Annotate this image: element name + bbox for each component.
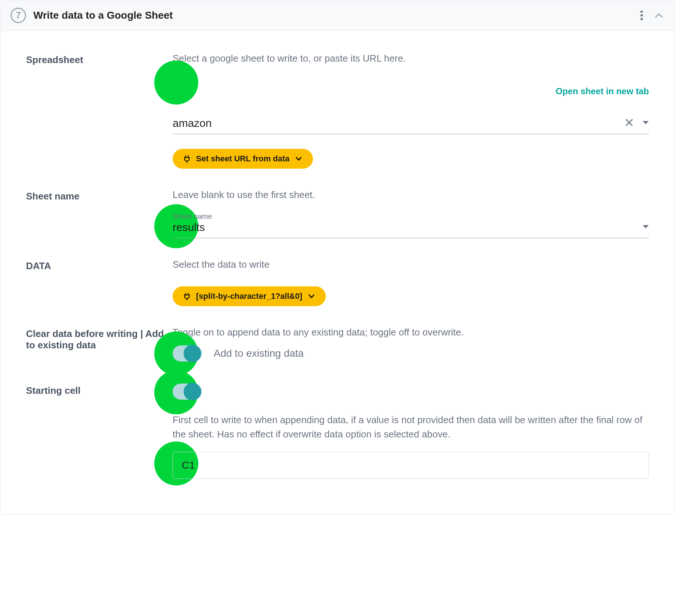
sheetname-field-label: Sheet name <box>173 212 212 221</box>
highlight-marker-spreadsheet <box>154 60 198 104</box>
triangle-down-icon <box>642 121 649 125</box>
more-menu-button[interactable] <box>639 9 645 22</box>
toggle-knob <box>184 345 201 362</box>
startcell-input[interactable] <box>173 452 649 479</box>
chevron-up-icon <box>655 13 663 18</box>
sheetname-content: Leave blank to use the first sheet. Shee… <box>173 189 649 238</box>
sheetname-label: Sheet name <box>26 189 173 238</box>
panel-header: 7 Write data to a Google Sheet <box>0 0 675 31</box>
data-row: DATA Select the data to write [split-by-… <box>26 259 649 306</box>
panel-body: Spreadsheet Select a google sheet to wri… <box>0 31 675 514</box>
startcell-toggle[interactable] <box>173 384 202 400</box>
set-sheet-url-button[interactable]: Set sheet URL from data <box>173 149 313 169</box>
sheetname-dropdown-arrow[interactable] <box>642 224 649 231</box>
toggle-knob <box>184 383 201 400</box>
startcell-description: First cell to write to when appending da… <box>173 413 649 441</box>
svg-point-2 <box>641 18 643 20</box>
spreadsheet-hint: Select a google sheet to write to, or pa… <box>173 53 649 64</box>
append-toggle-label: Add to existing data <box>214 348 304 359</box>
clear-spreadsheet-button[interactable] <box>625 118 634 128</box>
data-source-chip[interactable]: [split-by-character_1?all&0] <box>173 286 326 306</box>
set-sheet-url-label: Set sheet URL from data <box>196 154 289 164</box>
data-hint: Select the data to write <box>173 259 649 270</box>
sheetname-select[interactable]: Sheet name results <box>173 215 649 238</box>
spreadsheet-select[interactable]: amazon <box>173 111 649 134</box>
panel-title: Write data to a Google Sheet <box>33 10 173 21</box>
spreadsheet-label: Spreadsheet <box>26 53 173 169</box>
cleardata-row: Clear data before writing | Add to exist… <box>26 327 649 362</box>
step-number-badge: 7 <box>11 8 26 23</box>
dots-vertical-icon <box>640 10 643 21</box>
startcell-label: Starting cell <box>26 384 173 479</box>
cleardata-label: Clear data before writing | Add to exist… <box>26 327 173 362</box>
spreadsheet-dropdown-arrow[interactable] <box>642 120 649 126</box>
sheetname-hint: Leave blank to use the first sheet. <box>173 189 649 201</box>
spreadsheet-select-actions <box>625 118 649 128</box>
plug-icon <box>183 292 191 300</box>
header-left: 7 Write data to a Google Sheet <box>11 8 173 23</box>
spreadsheet-value: amazon <box>173 117 212 129</box>
plug-icon <box>183 155 191 163</box>
startcell-row: Starting cell First cell to write to whe… <box>26 384 649 479</box>
sheetname-select-actions <box>642 224 649 231</box>
sheetname-row: Sheet name Leave blank to use the first … <box>26 189 649 238</box>
data-content: Select the data to write [split-by-chara… <box>173 259 649 306</box>
cleardata-hint: Toggle on to append data to any existing… <box>173 327 649 338</box>
startcell-content: First cell to write to when appending da… <box>173 384 649 479</box>
svg-point-0 <box>641 11 643 13</box>
spreadsheet-row: Spreadsheet Select a google sheet to wri… <box>26 53 649 169</box>
header-actions <box>639 9 664 22</box>
append-toggle-row: Add to existing data <box>173 345 649 362</box>
data-source-chip-label: [split-by-character_1?all&0] <box>196 292 302 301</box>
cleardata-content: Toggle on to append data to any existing… <box>173 327 649 362</box>
step-panel: 7 Write data to a Google Sheet Spreadshe… <box>0 0 675 514</box>
chevron-down-icon <box>295 155 303 163</box>
close-icon <box>625 118 634 127</box>
svg-point-1 <box>641 14 643 16</box>
data-label: DATA <box>26 259 173 306</box>
chevron-down-icon <box>307 292 316 300</box>
append-toggle[interactable] <box>173 345 202 362</box>
collapse-button[interactable] <box>653 11 664 19</box>
triangle-down-icon <box>642 225 649 229</box>
spreadsheet-content: Select a google sheet to write to, or pa… <box>173 53 649 169</box>
sheetname-value: results <box>173 221 205 234</box>
